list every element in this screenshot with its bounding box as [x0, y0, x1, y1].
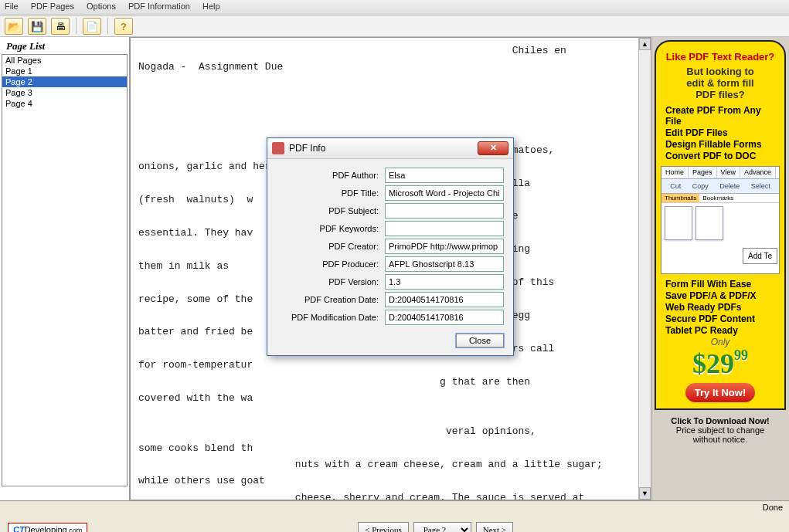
dialog-icon [272, 142, 284, 154]
ad-sub: But looking to edit & form fill PDF file… [661, 66, 780, 100]
ad-tab: Advance [740, 167, 776, 178]
ad-price: $2999 [661, 347, 780, 380]
page-list-item[interactable]: Page 4 [2, 98, 127, 109]
page-list-title: Page List [2, 39, 128, 54]
menu-file[interactable]: File [5, 2, 19, 13]
pdf-creation-field[interactable] [385, 292, 504, 307]
ad-disclaimer: without notice. [693, 435, 747, 444]
ad-tab: Home [661, 167, 689, 178]
pdf-creator-field[interactable] [385, 239, 504, 254]
page-select[interactable]: Page 2 [413, 522, 471, 532]
label-keywords: PDF Keywords: [277, 224, 385, 233]
ad-panel: Like PDF Text Reader? But looking to edi… [655, 40, 786, 410]
try-it-now-button[interactable]: Try It Now! [685, 383, 755, 402]
ad-thumb-tab: Bookmarks [699, 194, 736, 202]
help-icon[interactable]: ? [114, 18, 133, 35]
status-bar: Done [0, 500, 789, 514]
sidebar: Page List All PagesPage 1Page 2Page 3Pag… [0, 37, 130, 500]
scroll-up-icon[interactable]: ▲ [639, 38, 651, 50]
label-title: PDF Title: [277, 188, 385, 198]
next-button[interactable]: Next > [476, 522, 513, 532]
label-creator: PDF Creator: [277, 242, 385, 251]
ad-only: Only [661, 337, 780, 347]
ad-addtext-callout: Add Te [743, 248, 777, 264]
ad-feature: Secure PDF Content [661, 313, 780, 324]
page-list-item[interactable]: All Pages [2, 55, 127, 66]
close-icon[interactable]: ✕ [478, 141, 508, 155]
ad-preview: HomePagesViewAdvance CutCopyDeleteSelect… [661, 166, 780, 274]
copy-icon[interactable]: 📄 [83, 18, 101, 35]
ad-ribbon-item: Copy [692, 182, 709, 190]
page-list[interactable]: All PagesPage 1Page 2Page 3Page 4 [2, 54, 128, 486]
page-list-item[interactable]: Page 2 [2, 76, 127, 87]
ad-feature: Web Ready PDFs [661, 302, 780, 313]
pdf-keywords-field[interactable] [385, 221, 504, 236]
pdf-title-field[interactable] [385, 185, 504, 201]
ad-line: Design Fillable Forms [661, 139, 780, 150]
ad-feature: Tablet PC Ready [661, 325, 780, 336]
ad-preview-ribbon: CutCopyDeleteSelect [661, 179, 779, 194]
ad-thumb [665, 206, 692, 240]
ad-feature: Form Fill With Ease [661, 279, 780, 290]
pdf-subject-field[interactable] [385, 203, 504, 219]
ad-thumb [695, 206, 723, 240]
ad-thumb-tab: Thumbnails [661, 194, 699, 202]
label-author: PDF Author: [277, 171, 385, 180]
label-version: PDF Version: [277, 277, 385, 286]
divider [107, 18, 108, 34]
menu-pdf-pages[interactable]: PDF Pages [31, 2, 74, 13]
print-icon[interactable]: 🖶 [51, 18, 70, 35]
label-producer: PDF Producer: [277, 259, 385, 269]
ad-tab: View [717, 167, 740, 178]
ad-feature: Save PDF/A & PDF/X [661, 290, 780, 301]
menu-help[interactable]: Help [202, 2, 220, 13]
pdf-info-dialog: PDF Info ✕ PDF Author: PDF Title: PDF Su… [267, 137, 514, 356]
page-list-item[interactable]: Page 3 [2, 87, 127, 98]
dialog-title: PDF Info [289, 143, 325, 154]
ad-ribbon-item: Select [751, 182, 770, 190]
pdf-producer-field[interactable] [385, 256, 504, 272]
menu-pdf-information[interactable]: PDF Information [128, 2, 190, 13]
label-creation: PDF Creation Date: [277, 295, 385, 304]
page-list-item[interactable]: Page 1 [2, 66, 127, 76]
label-modification: PDF Modification Date: [277, 313, 385, 322]
ad-line: Create PDF From Any File [661, 105, 780, 127]
scroll-down-icon[interactable]: ▼ [639, 487, 651, 500]
footer: CTDeveloping.com < Previous Page 2 Next … [0, 514, 789, 532]
ad-ribbon-item: Delete [719, 182, 740, 190]
menu-options[interactable]: Options [87, 2, 116, 13]
pdf-version-field[interactable] [385, 274, 504, 290]
ad-preview-tabs: HomePagesViewAdvance [661, 167, 779, 179]
label-subject: PDF Subject: [277, 206, 385, 215]
download-link[interactable]: Click To Download Now! [671, 416, 770, 425]
ad-disclaimer: Price subject to change [676, 425, 764, 435]
ad-headline: Like PDF Text Reader? [661, 51, 780, 63]
menubar: File PDF Pages Options PDF Information H… [0, 0, 789, 15]
previous-button[interactable]: < Previous [358, 522, 408, 532]
pdf-author-field[interactable] [385, 168, 504, 183]
vertical-scrollbar[interactable]: ▲ ▼ [638, 38, 651, 500]
open-icon[interactable]: 📂 [5, 18, 23, 35]
ad-tab: Pages [689, 167, 717, 178]
ad-line: Edit PDF Files [661, 127, 780, 138]
divider [76, 18, 77, 34]
ad-ribbon-item: Cut [670, 182, 681, 190]
toolbar: 📂 💾 🖶 📄 ? [0, 15, 789, 37]
ad-line: Convert PDF to DOC [661, 151, 780, 161]
close-button[interactable]: Close [456, 334, 504, 347]
save-icon[interactable]: 💾 [28, 18, 46, 35]
dialog-titlebar[interactable]: PDF Info ✕ [267, 138, 513, 159]
ctdeveloping-logo: CTDeveloping.com [8, 523, 87, 532]
pdf-modification-field[interactable] [385, 310, 504, 325]
